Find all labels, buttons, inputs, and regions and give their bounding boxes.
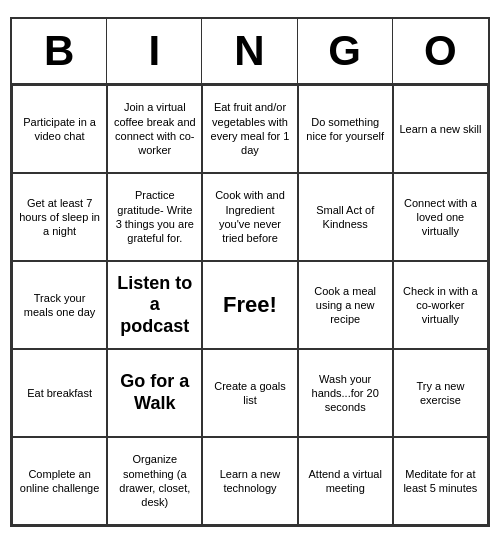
- bingo-cell-15: Eat breakfast: [12, 349, 107, 437]
- bingo-cell-5: Get at least 7 hours of sleep in a night: [12, 173, 107, 261]
- bingo-cell-23: Attend a virtual meeting: [298, 437, 393, 525]
- bingo-cell-9: Connect with a loved one virtually: [393, 173, 488, 261]
- bingo-cell-24: Meditate for at least 5 minutes: [393, 437, 488, 525]
- bingo-cell-0: Participate in a video chat: [12, 85, 107, 173]
- bingo-cell-6: Practice gratitude- Write 3 things you a…: [107, 173, 202, 261]
- bingo-cell-17: Create a goals list: [202, 349, 297, 437]
- bingo-cell-14: Check in with a co-worker virtually: [393, 261, 488, 349]
- bingo-cell-22: Learn a new technology: [202, 437, 297, 525]
- bingo-cell-16: Go for a Walk: [107, 349, 202, 437]
- bingo-cell-2: Eat fruit and/or vegetables with every m…: [202, 85, 297, 173]
- bingo-cell-20: Complete an online challenge: [12, 437, 107, 525]
- bingo-cell-13: Cook a meal using a new recipe: [298, 261, 393, 349]
- bingo-card: BINGO Participate in a video chatJoin a …: [10, 17, 490, 527]
- bingo-cell-1: Join a virtual coffee break and connect …: [107, 85, 202, 173]
- bingo-cell-12: Free!: [202, 261, 297, 349]
- bingo-header: BINGO: [12, 19, 488, 85]
- bingo-cell-19: Try a new exercise: [393, 349, 488, 437]
- bingo-cell-18: Wash your hands...for 20 seconds: [298, 349, 393, 437]
- bingo-letter-o: O: [393, 19, 488, 83]
- bingo-letter-g: G: [298, 19, 393, 83]
- bingo-cell-11: Listen to a podcast: [107, 261, 202, 349]
- bingo-letter-i: I: [107, 19, 202, 83]
- bingo-letter-b: B: [12, 19, 107, 83]
- bingo-cell-3: Do something nice for yourself: [298, 85, 393, 173]
- bingo-cell-4: Learn a new skill: [393, 85, 488, 173]
- bingo-grid: Participate in a video chatJoin a virtua…: [12, 85, 488, 525]
- bingo-cell-21: Organize something (a drawer, closet, de…: [107, 437, 202, 525]
- bingo-cell-7: Cook with and Ingredient you've never tr…: [202, 173, 297, 261]
- bingo-letter-n: N: [202, 19, 297, 83]
- bingo-cell-8: Small Act of Kindness: [298, 173, 393, 261]
- bingo-cell-10: Track your meals one day: [12, 261, 107, 349]
